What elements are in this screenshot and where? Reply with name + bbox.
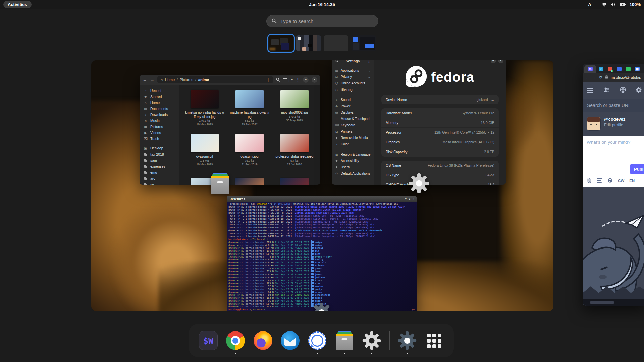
gear-icon[interactable] [636, 87, 642, 94]
dock-item-signal[interactable] [308, 330, 327, 351]
sidebar-item-documents[interactable]: ▤Documents [141, 106, 177, 112]
file-item[interactable]: oyasumi.jpg75.0 kB11 Feb 2019 [227, 131, 272, 175]
file-item[interactable]: oyasumi.gif1.3 MB19 May 2019 [182, 131, 227, 175]
settings-item-mouse-touchpad[interactable]: ▯Mouse & Touchpad [332, 116, 374, 122]
settings-item-displays[interactable]: ▭Displays [332, 109, 374, 116]
browser-forward-icon[interactable]: → [592, 75, 596, 80]
settings-window[interactable]: Settings ⋮ ▦Applications→◎Privacy→@Onlin… [332, 60, 506, 185]
settings-app-icon[interactable] [408, 173, 430, 195]
browser-tab-tomato-badge[interactable]: 1 [606, 65, 614, 73]
sidebar-item-recent[interactable]: ◔Recent [141, 87, 177, 94]
dock-item-xterm[interactable] [397, 330, 417, 351]
activities-button[interactable]: Activities [3, 1, 32, 8]
breadcrumb-pictures[interactable]: Pictures [180, 78, 193, 82]
file-item[interactable]: machine-hayabusa-owari.jpg88.9 kB19 Feb … [227, 87, 272, 131]
view-toggle-button[interactable]: | ▾ [283, 77, 293, 82]
terminal-window[interactable]: ~/Pictures ▾ ▴ × (process:8793): Gtk-WAR… [227, 196, 417, 311]
browser-window[interactable]: m✈1▦ ← → ↻ mstdn.io/@rubdos Search or pa… [583, 64, 644, 306]
settings-item-default-applications[interactable]: ☆Default Applications [332, 170, 374, 177]
settings-item-removable-media[interactable]: ▮Removable Media [332, 135, 374, 141]
menu-icon[interactable] [587, 88, 593, 93]
sidebar-item-desktop[interactable]: ▣Desktop [141, 145, 177, 151]
breadcrumb-home[interactable]: Home [165, 78, 175, 82]
dock-item-firefox[interactable] [253, 330, 272, 351]
settings-menu-icon[interactable]: ⋮ [367, 60, 371, 63]
sidebar-item-downloads[interactable]: ↓Downloads [141, 112, 177, 118]
browser-back-icon[interactable]: ← [586, 75, 590, 80]
publish-button[interactable]: Publish [630, 164, 644, 174]
breadcrumb-current[interactable]: anime [198, 78, 209, 82]
content-warning-toggle[interactable]: CW [618, 179, 624, 183]
sidebar-item-src[interactable]: src [141, 181, 177, 185]
browser-tab-calendar[interactable]: ▦ [633, 65, 641, 73]
settings-item-sharing[interactable]: ◇Sharing [332, 86, 374, 93]
settings-item-accessibility[interactable]: ✚Accessibility [332, 158, 374, 164]
sidebar-item-tax-2018[interactable]: tax-2018 [141, 151, 177, 157]
terminal-app-icon[interactable] [311, 302, 332, 311]
poll-icon[interactable] [597, 178, 602, 183]
file-item[interactable] [272, 175, 317, 185]
location-caret-icon[interactable]: ❘ [267, 78, 270, 82]
settings-item-color[interactable]: ◑Color [332, 141, 374, 147]
dock-item-wezterm[interactable]: $W [199, 330, 218, 351]
avatar[interactable] [587, 117, 601, 131]
files-minimize-button[interactable]: − [303, 77, 309, 83]
keyboard-layout-indicator[interactable]: A [588, 2, 591, 7]
workspace-thumbnail-1[interactable] [269, 35, 293, 51]
url-text[interactable]: mstdn.io/@rubdos [611, 75, 641, 79]
browser-tab-telegram[interactable]: ✈ [597, 65, 605, 73]
sidebar-item-emu[interactable]: emu [141, 169, 177, 175]
files-menu-button[interactable]: ⋮ [296, 77, 300, 82]
browser-tab-misc[interactable] [642, 65, 644, 73]
settings-item-power[interactable]: ⊙Power [332, 103, 374, 109]
people-icon[interactable] [603, 87, 610, 94]
forward-button[interactable]: → [150, 77, 154, 82]
sidebar-item-expenses[interactable]: expenses [141, 163, 177, 169]
edit-profile-link[interactable]: Edit profile [604, 123, 625, 127]
terminal-minimize-icon[interactable]: ▾ [405, 197, 407, 201]
settings-item-sound[interactable]: ♪Sound [332, 97, 374, 103]
settings-item-applications[interactable]: ▦Applications→ [332, 67, 374, 74]
device-name-card[interactable]: Device Name giskard → [381, 95, 499, 104]
files-search-icon[interactable] [276, 78, 280, 82]
status-area[interactable]: A 100% [588, 2, 641, 7]
terminal-close-icon[interactable]: × [413, 197, 414, 201]
settings-item-printers[interactable]: ⊟Printers [332, 128, 374, 135]
settings-minimize-button[interactable]: − [491, 60, 496, 63]
browser-reload-icon[interactable]: ↻ [599, 75, 602, 80]
sidebar-item-sam[interactable]: sam [141, 157, 177, 163]
terminal-title-bar[interactable]: ~/Pictures ▾ ▴ × [227, 196, 417, 202]
file-item[interactable]: mpv-shot0002.jpg179.1 kB30 May 2019 [272, 87, 317, 131]
dock-item-app-grid[interactable] [425, 330, 444, 351]
workspace-thumbnail-2[interactable] [296, 35, 321, 51]
settings-search-icon[interactable] [335, 60, 338, 63]
breadcrumb[interactable]: ⌂ Home / Pictures / anime ❘ [157, 76, 273, 83]
language-toggle[interactable]: EN [629, 179, 635, 183]
sidebar-item-trash[interactable]: ⌧Trash [141, 136, 177, 142]
workspace-thumbnail-4[interactable] [351, 35, 376, 51]
settings-item-online-accounts[interactable]: @Online Accounts [332, 80, 374, 86]
settings-item-region-language[interactable]: ⊞Region & Language [332, 151, 374, 158]
clock[interactable]: Jan 16 14:25 [309, 2, 335, 7]
overview-search[interactable]: Type to search [266, 15, 378, 27]
dock-item-files[interactable] [335, 330, 354, 351]
settings-item-keyboard[interactable]: ⌨Keyboard [332, 122, 374, 128]
globe-icon[interactable] [620, 87, 626, 94]
back-button[interactable]: ← [143, 77, 147, 82]
file-item[interactable] [227, 175, 272, 185]
sidebar-item-videos[interactable]: ▶Videos [141, 130, 177, 136]
files-close-button[interactable]: × [312, 77, 317, 83]
sidebar-item-starred[interactable]: ★Starred [141, 94, 177, 100]
file-item[interactable]: professor-shiba-jeeg.jpeg5.7 kB27 Jul 20… [272, 131, 317, 175]
compose-box[interactable]: What's on your mind? CW EN [583, 136, 644, 187]
settings-item-privacy[interactable]: ◎Privacy→ [332, 74, 374, 80]
sidebar-item-arc[interactable]: arc [141, 175, 177, 181]
settings-close-button[interactable]: × [498, 60, 503, 63]
browser-tab-mastodon[interactable]: m [584, 65, 596, 73]
dock-item-settings[interactable] [362, 330, 381, 351]
file-item[interactable]: kimetsu-no-yaiba-hands-off-my-sister.jpg… [182, 87, 227, 131]
dock-item-thunderbird[interactable] [280, 330, 300, 351]
sidebar-item-home[interactable]: ⌂Home [141, 100, 177, 106]
settings-item-users[interactable]: ♟Users [332, 164, 374, 170]
terminal-maximize-icon[interactable]: ▴ [409, 197, 410, 201]
